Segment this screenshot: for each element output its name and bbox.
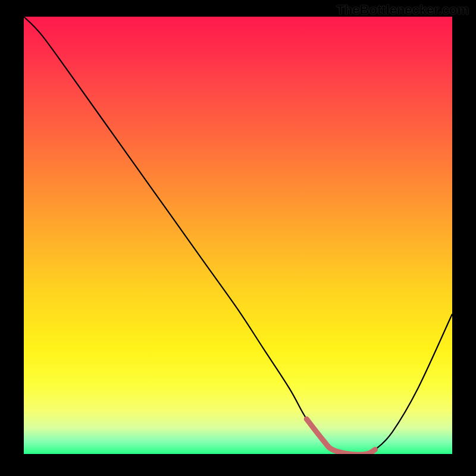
plot-container bbox=[24, 17, 452, 454]
curve-svg bbox=[24, 17, 452, 454]
highlight-segment-path bbox=[306, 419, 375, 454]
attribution-text: TheBottlenecker.com bbox=[336, 2, 469, 18]
plot-area bbox=[24, 17, 452, 454]
bottleneck-curve-path bbox=[24, 17, 452, 454]
